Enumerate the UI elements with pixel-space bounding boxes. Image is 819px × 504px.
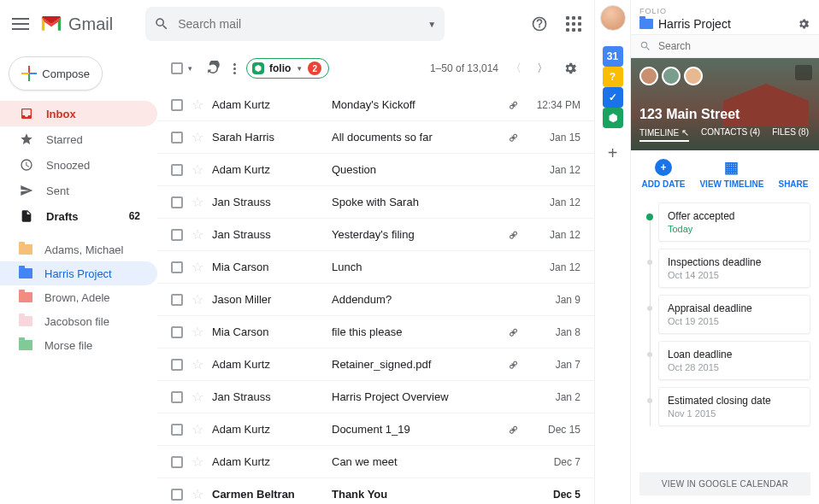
action-add-date[interactable]: +ADD DATE	[642, 159, 686, 189]
timeline-item[interactable]: Inspections deadlineOct 14 2015	[658, 249, 810, 288]
star-icon[interactable]: ☆	[191, 259, 203, 275]
folder-icon	[19, 244, 32, 255]
search-input[interactable]	[178, 17, 419, 31]
avatar[interactable]	[600, 5, 626, 31]
settings-icon[interactable]	[560, 58, 580, 79]
timeline-item[interactable]: Appraisal deadlineOct 19 2015	[658, 295, 810, 334]
folio-search-input[interactable]	[658, 40, 810, 52]
mail-row[interactable]: ☆Adam KurtzCan we meetDec 7	[157, 446, 594, 478]
calendar-icon[interactable]: 31	[603, 46, 623, 67]
timeline-item[interactable]: Loan deadlineOct 28 2015	[658, 341, 810, 380]
star-icon[interactable]: ☆	[191, 226, 203, 243]
mail-row[interactable]: ☆Adam KurtzDocument 1_19⚮Dec 15	[157, 413, 594, 446]
mail-row[interactable]: ☆Jason MillerAddendum?Jan 9	[157, 284, 594, 316]
mail-row[interactable]: ☆Jan StraussYesterday's filing⚮Jan 12	[157, 219, 594, 251]
folio-chip[interactable]: ⬢ folio ▼ 2	[246, 58, 329, 79]
tasks-icon[interactable]: ✓	[603, 87, 623, 108]
label-item[interactable]: Harris Project	[0, 261, 157, 285]
mail-row[interactable]: ☆Jan StraussHarris Project OverviewJan 2	[157, 381, 594, 413]
star-icon[interactable]: ☆	[191, 161, 203, 178]
nav-snoozed[interactable]: Snoozed	[0, 152, 157, 178]
nav-starred[interactable]: Starred	[0, 126, 157, 152]
search-options-caret[interactable]: ▼	[427, 20, 436, 29]
mail-row[interactable]: ☆Adam KurtzMonday's Kickoff⚮12:34 PM	[157, 89, 594, 121]
mail-checkbox[interactable]	[171, 294, 183, 306]
action-view-timeline[interactable]: ▦VIEW TIMELINE	[699, 159, 763, 189]
star-icon[interactable]: ☆	[191, 291, 203, 308]
nav-sent[interactable]: Sent	[0, 178, 157, 203]
star-icon[interactable]: ☆	[191, 129, 203, 145]
mail-checkbox[interactable]	[171, 424, 183, 436]
mail-row[interactable]: ☆Jan StraussSpoke with SarahJan 12	[157, 186, 594, 219]
mail-checkbox[interactable]	[171, 326, 183, 338]
mail-checkbox[interactable]	[171, 359, 183, 371]
star-icon[interactable]: ☆	[191, 389, 203, 405]
apps-icon[interactable]	[563, 14, 584, 34]
folder-icon	[639, 19, 653, 29]
menu-icon[interactable]	[10, 14, 31, 34]
mail-subject: Harris Project Overview	[332, 390, 498, 403]
mail-sender: Jan Strauss	[212, 196, 323, 208]
star-icon[interactable]: ☆	[191, 97, 203, 113]
hero-tab[interactable]: FILES (8)	[772, 127, 809, 142]
folio-search[interactable]	[631, 34, 819, 58]
compose-button[interactable]: Compose	[9, 56, 103, 91]
label-item[interactable]: Adams, Michael	[0, 237, 157, 261]
mail-row[interactable]: ☆Adam KurtzRetainer_signed.pdf⚮Jan 7	[157, 349, 594, 381]
mail-subject: Document 1_19	[332, 423, 500, 436]
star-icon[interactable]: ☆	[191, 421, 203, 437]
select-dropdown-caret[interactable]: ▾	[188, 64, 192, 73]
star-icon[interactable]: ☆	[191, 454, 203, 470]
select-all-checkbox[interactable]	[171, 62, 183, 74]
mail-date: Jan 2	[527, 391, 580, 403]
gear-icon[interactable]	[797, 17, 810, 31]
star-icon[interactable]: ☆	[191, 486, 203, 502]
add-addon-icon[interactable]: +	[608, 144, 618, 163]
keep-icon[interactable]: ?	[603, 67, 623, 87]
nav-drafts[interactable]: Drafts62	[0, 203, 157, 229]
timeline-item[interactable]: Estimated closing dateNov 1 2015	[658, 387, 810, 426]
mail-checkbox[interactable]	[171, 132, 183, 144]
mail-row[interactable]: ☆Adam KurtzQuestionJan 12	[157, 154, 594, 186]
hero-avatars[interactable]	[639, 67, 810, 85]
mail-checkbox[interactable]	[171, 99, 183, 111]
hero-tab[interactable]: CONTACTS (4)	[701, 127, 760, 142]
mail-checkbox[interactable]	[171, 164, 183, 176]
mail-row[interactable]: ☆Carmen BeltranThank YouDec 5	[157, 478, 594, 504]
mail-checkbox[interactable]	[171, 489, 183, 501]
label-item[interactable]: Brown, Adele	[0, 285, 157, 309]
action-share[interactable]: ⇶SHARE	[778, 159, 808, 189]
mail-checkbox[interactable]	[171, 456, 183, 468]
mail-checkbox[interactable]	[171, 391, 183, 403]
camera-icon[interactable]	[795, 65, 812, 80]
star-icon[interactable]: ☆	[191, 324, 203, 340]
hero-tab[interactable]: TIMELINE ↖	[639, 127, 689, 142]
view-calendar-button[interactable]: VIEW IN GOOGLE CALENDAR	[639, 472, 810, 495]
mail-row[interactable]: ☆Sarah HarrisAll documents so far⚮Jan 15	[157, 121, 594, 154]
help-icon[interactable]	[529, 14, 550, 34]
star-icon[interactable]: ☆	[191, 194, 203, 210]
mail-list: ☆Adam KurtzMonday's Kickoff⚮12:34 PM☆Sar…	[157, 89, 594, 504]
gmail-logo[interactable]: Gmail	[39, 15, 113, 34]
more-icon[interactable]	[233, 63, 236, 74]
timeline-date: Nov 1 2015	[668, 408, 801, 419]
mail-row[interactable]: ☆Mia Carsonfile this please⚮Jan 8	[157, 316, 594, 349]
pager-next[interactable]: 〉	[533, 57, 551, 79]
mail-checkbox[interactable]	[171, 261, 183, 273]
mail-date: Jan 12	[527, 261, 580, 273]
folio-icon[interactable]: ⬢	[603, 108, 623, 128]
mail-checkbox[interactable]	[171, 229, 183, 241]
mail-subject: Lunch	[332, 261, 498, 273]
nav-inbox[interactable]: Inbox	[0, 101, 157, 126]
search-bar[interactable]: ▼	[145, 7, 445, 41]
label-item[interactable]: Morse file	[0, 333, 157, 357]
timeline-date: Oct 19 2015	[668, 316, 801, 326]
timeline-item[interactable]: Offer acceptedToday	[658, 202, 810, 242]
mail-row[interactable]: ☆Mia CarsonLunchJan 12	[157, 251, 594, 284]
folio-brand: FOLIO	[639, 7, 810, 15]
pager-prev[interactable]: 〈	[507, 57, 525, 79]
mail-checkbox[interactable]	[171, 196, 183, 208]
label-item[interactable]: Jacobson file	[0, 309, 157, 333]
refresh-icon[interactable]	[203, 58, 223, 79]
star-icon[interactable]: ☆	[191, 356, 203, 372]
